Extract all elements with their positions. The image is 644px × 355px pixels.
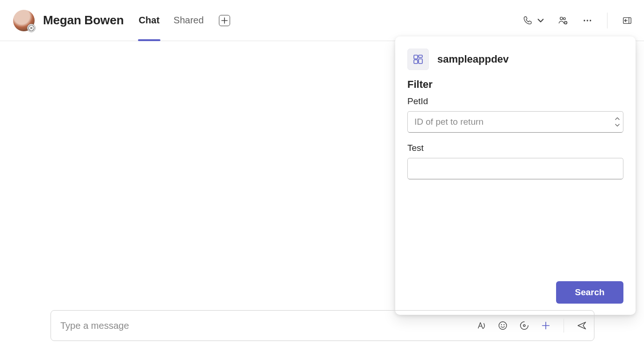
header-actions (522, 13, 633, 28)
contact-name: Megan Bowen (43, 13, 124, 28)
svg-point-1 (560, 17, 563, 20)
contact-avatar[interactable] (13, 10, 35, 31)
petid-label: PetId (407, 96, 623, 106)
chevron-up-icon (615, 117, 620, 121)
add-tab-button[interactable] (219, 15, 230, 26)
divider (564, 319, 564, 333)
more-options-button[interactable] (582, 15, 593, 26)
svg-rect-8 (414, 55, 418, 59)
loop-icon (519, 320, 529, 331)
send-button[interactable] (576, 320, 587, 331)
format-text-icon (476, 320, 486, 331)
plus-icon (221, 17, 228, 24)
more-horizontal-icon (582, 15, 593, 26)
svg-point-13 (501, 324, 502, 325)
presence-offline-icon (28, 25, 35, 31)
call-options-chevron[interactable] (537, 15, 544, 26)
svg-point-14 (504, 324, 505, 325)
tab-chat[interactable]: Chat (138, 15, 160, 26)
add-people-button[interactable] (557, 15, 569, 26)
open-panel-button[interactable] (622, 15, 633, 26)
stepper-up[interactable] (614, 116, 621, 121)
petid-stepper (614, 116, 621, 128)
emoji-icon (498, 320, 508, 331)
petid-input[interactable] (407, 111, 623, 133)
svg-point-12 (499, 322, 507, 330)
test-input[interactable] (407, 158, 623, 179)
svg-point-6 (590, 20, 591, 21)
header-tabs: Chat Shared (138, 15, 230, 26)
chat-header: Megan Bowen Chat Shared (0, 0, 644, 41)
message-input[interactable] (59, 320, 476, 332)
chevron-down-icon (537, 15, 544, 26)
card-title: Filter (407, 78, 623, 91)
svg-point-5 (586, 20, 588, 21)
svg-point-15 (523, 325, 525, 327)
svg-rect-9 (414, 60, 418, 64)
people-add-icon (558, 15, 568, 26)
phone-icon (522, 15, 533, 26)
plus-icon (541, 320, 551, 331)
tab-shared[interactable]: Shared (173, 15, 205, 26)
call-button[interactable] (522, 15, 533, 26)
test-label: Test (407, 143, 623, 153)
svg-point-2 (564, 17, 565, 19)
search-button[interactable]: Search (556, 281, 623, 304)
messaging-extension-card: sampleappdev Filter PetId Test (395, 36, 636, 315)
loop-button[interactable] (519, 320, 530, 331)
panel-open-icon (622, 15, 632, 26)
app-name: sampleappdev (437, 53, 509, 65)
svg-point-4 (584, 20, 585, 21)
compose-bar (51, 310, 594, 341)
chevron-down-icon (615, 123, 620, 127)
format-button[interactable] (476, 320, 487, 331)
svg-rect-10 (419, 55, 422, 57)
app-tile-icon (407, 49, 429, 70)
chat-body: sampleappdev Filter PetId Test (0, 41, 644, 355)
send-icon (577, 320, 587, 331)
svg-rect-11 (419, 59, 422, 64)
stepper-down[interactable] (614, 122, 621, 128)
actions-button[interactable] (540, 320, 551, 331)
emoji-button[interactable] (497, 320, 508, 331)
divider (607, 13, 608, 28)
